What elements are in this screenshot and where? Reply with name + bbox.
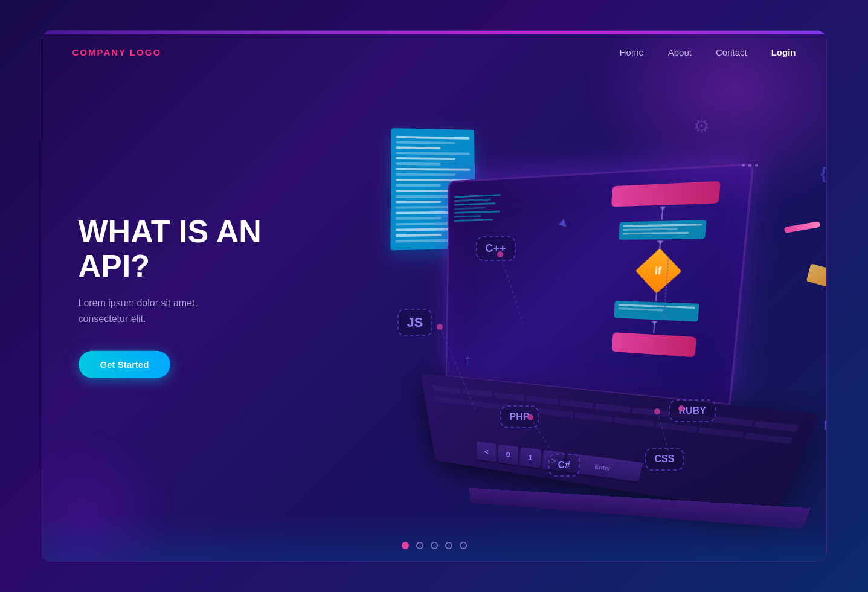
nav-login[interactable]: Login: [771, 47, 796, 57]
code-line: [396, 141, 455, 144]
flow-block-teal1: [619, 220, 706, 240]
deco-dots-right: [825, 420, 827, 423]
code-line: [395, 234, 441, 237]
flow-block-pink: [611, 181, 720, 207]
code-line: [396, 162, 440, 166]
nav-about[interactable]: About: [668, 47, 692, 57]
dot: [825, 420, 827, 423]
code-line: [396, 168, 470, 171]
pagination-dot-4[interactable]: [445, 542, 452, 549]
dot: [748, 164, 751, 167]
lang-tag-php: PHP: [500, 405, 539, 428]
pagination-dot-2[interactable]: [416, 542, 423, 549]
key-1: 1: [519, 447, 541, 468]
pagination-dot-3[interactable]: [431, 542, 438, 549]
page-wrapper: COMPANY LOGO Home About Contact Login WH…: [42, 30, 827, 562]
dot: [755, 164, 758, 167]
lang-tag-ruby: RUBY: [669, 399, 716, 422]
deco-pink-bar: [783, 221, 820, 233]
illustration: if: [367, 55, 827, 550]
hero-title: WHAT IS AN API?: [79, 214, 284, 283]
code-line: [396, 222, 457, 225]
pagination: [402, 542, 467, 549]
lang-tag-js: JS: [397, 309, 433, 336]
flow-block-pink2: [611, 332, 696, 357]
bottom-gradient: [42, 513, 826, 561]
lang-tag-cpp: C++: [476, 236, 516, 261]
deco-dots-top: [742, 164, 758, 167]
code-line: [396, 173, 455, 176]
nav-home[interactable]: Home: [620, 47, 644, 57]
lang-tag-css: CSS: [645, 448, 684, 471]
deco-bar-chart-icon: [825, 417, 827, 430]
deco-braces-icon: { }: [820, 164, 827, 183]
hero-section: WHAT IS AN API? Lorem ipsum dolor sit am…: [79, 214, 284, 378]
laptop-screen: if: [445, 163, 754, 405]
code-line: [396, 152, 469, 155]
pagination-dot-1[interactable]: [402, 542, 409, 549]
nav-contact[interactable]: Contact: [716, 47, 747, 57]
dot: [742, 164, 745, 167]
code-line: [396, 201, 441, 203]
navbar: COMPANY LOGO Home About Contact Login: [42, 31, 826, 73]
flow-diamond: if: [635, 248, 681, 294]
company-logo: COMPANY LOGO: [72, 47, 162, 57]
key-lt: <: [477, 442, 496, 462]
flow-arrow: [661, 207, 663, 220]
hero-subtitle: Lorem ipsum dolor sit amet, consectetur …: [79, 295, 248, 326]
code-line: [396, 206, 456, 209]
code-line: [396, 184, 441, 187]
flow-block-teal2: [614, 301, 699, 322]
gear-icon: ⚙: [693, 115, 710, 137]
code-line: [396, 157, 455, 160]
code-line: [396, 146, 440, 149]
svg-point-4: [437, 324, 443, 330]
cta-button[interactable]: Get Started: [79, 350, 171, 378]
code-line: [396, 190, 456, 192]
key-0: 0: [498, 444, 518, 465]
pagination-dot-5[interactable]: [460, 542, 467, 549]
screen-content: if: [447, 166, 751, 404]
deco-yellow-block: [806, 263, 826, 287]
nav-links: Home About Contact Login: [620, 47, 796, 57]
code-line: [396, 217, 442, 220]
flow-arrow: [653, 321, 655, 333]
deco-arrow-up-icon: ↑: [464, 351, 472, 370]
lang-tag-csharp: C#: [548, 454, 580, 477]
code-line: [396, 136, 469, 140]
